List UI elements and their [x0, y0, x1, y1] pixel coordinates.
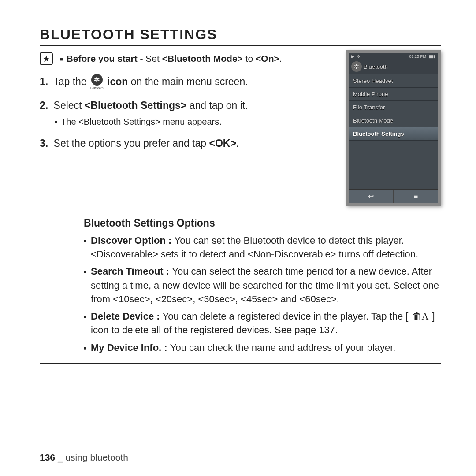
options-section: Bluetooth Settings Options ■Discover Opt…	[40, 217, 441, 364]
option-item: ■Delete Device : You can delete a regist…	[84, 309, 441, 337]
page-title: BLUETOOTH SETTINGS	[40, 26, 441, 46]
section-name: using bluetooth	[65, 452, 128, 462]
device-footer: ↩ ≡	[349, 189, 438, 203]
device-menu-list: Stereo HeadsetMobile PhoneFile TransferB…	[349, 74, 438, 141]
device-menu-item[interactable]: Bluetooth Settings	[349, 127, 438, 141]
back-button[interactable]: ↩	[349, 190, 394, 203]
page-number: 136	[40, 452, 55, 462]
bluetooth-header-icon: ✲	[351, 61, 362, 72]
options-title: Bluetooth Settings Options	[84, 217, 441, 229]
device-menu-item[interactable]: Stereo Headset	[349, 74, 438, 88]
menu-button[interactable]: ≡	[394, 190, 438, 203]
before-you-start: ★ ■Before you start - Set <Bluetooth Mod…	[40, 52, 342, 65]
star-icon: ★	[40, 52, 53, 65]
play-icon: ▶	[351, 54, 354, 59]
bluetooth-app-icon: ✲ Bluetooth	[90, 74, 104, 90]
status-time: 01:25 PM	[409, 54, 426, 59]
page-footer: 136 _ using bluetooth	[40, 452, 128, 463]
device-screenshot: ▶ ✲ 01:25 PM ▮▮▮ ✲ Bluetooth Stereo Head…	[346, 50, 441, 206]
bluetooth-status-icon: ✲	[357, 54, 361, 59]
option-item: ■Search Timeout : You can select the sea…	[84, 264, 441, 306]
device-menu-item[interactable]: Bluetooth Mode	[349, 114, 438, 127]
before-label: Before you start -	[67, 53, 146, 63]
device-status-bar: ▶ ✲ 01:25 PM ▮▮▮	[349, 53, 438, 60]
option-item: ■My Device Info. : You can check the nam…	[84, 341, 441, 354]
device-menu-item[interactable]: File Transfer	[349, 101, 438, 114]
option-item: ■Discover Option : You can set the Bluet…	[84, 234, 441, 261]
device-menu-item[interactable]: Mobile Phone	[349, 88, 438, 101]
steps-list: 1. Tap the ✲ Bluetooth icon on the main …	[40, 74, 342, 151]
battery-icon: ▮▮▮	[429, 54, 435, 59]
device-header: ✲ Bluetooth	[349, 60, 438, 74]
delete-all-icon: 🗑A	[411, 309, 430, 323]
step2-sub: The <Bluetooth Settings> menu appears.	[61, 115, 222, 128]
